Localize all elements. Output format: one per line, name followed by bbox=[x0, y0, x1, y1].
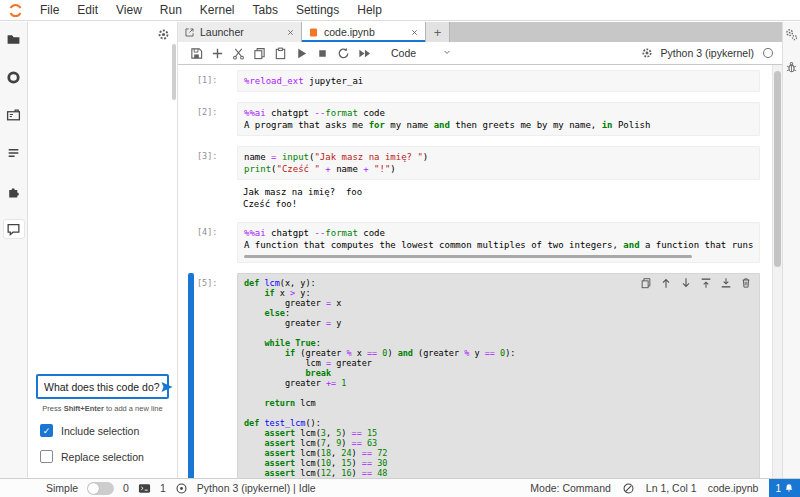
cell-type-dropdown[interactable]: Code bbox=[391, 47, 452, 59]
chat-input[interactable]: What does this code do? bbox=[36, 374, 169, 399]
chat-hint: Press Shift+Enter to add a new line bbox=[36, 404, 169, 413]
insert-below-icon[interactable] bbox=[720, 277, 732, 289]
menu-item-view[interactable]: View bbox=[107, 3, 151, 17]
toc-icon[interactable] bbox=[4, 144, 24, 162]
save-icon[interactable] bbox=[186, 44, 207, 63]
kernel-session-count: 1 bbox=[160, 482, 166, 494]
chat-controls: What does this code do? Press Shift+Ente… bbox=[28, 374, 177, 476]
cut-icon[interactable] bbox=[228, 44, 249, 63]
menu-item-settings[interactable]: Settings bbox=[287, 3, 348, 17]
tab-label: code.ipynb bbox=[324, 26, 405, 38]
cursor-position: Ln 1, Col 1 bbox=[646, 482, 697, 494]
unchecked-checkbox[interactable] bbox=[40, 450, 53, 463]
cell-collapser[interactable] bbox=[188, 102, 194, 136]
notebook-scrollbar-thumb[interactable] bbox=[774, 71, 781, 267]
cell-type-value: Code bbox=[391, 47, 416, 59]
menu-item-run[interactable]: Run bbox=[151, 3, 191, 17]
stop-icon[interactable] bbox=[312, 44, 333, 63]
menu-item-edit[interactable]: Edit bbox=[68, 3, 107, 17]
cell-collapser[interactable] bbox=[188, 70, 194, 92]
notebook-scrollbar[interactable] bbox=[772, 65, 782, 478]
chat-option-row: Replace selection bbox=[40, 450, 169, 463]
terminal-count: 0 bbox=[123, 482, 129, 494]
tab-bar: Launchercode.ipynb + bbox=[178, 22, 782, 42]
tab-code-ipynb[interactable]: code.ipynb bbox=[302, 22, 426, 42]
code-editor[interactable]: name = input("Jak masz na imię? ")print(… bbox=[237, 146, 760, 180]
output-text: Jak masz na imię? fooCześć foo! bbox=[237, 184, 760, 212]
inspector-icon[interactable] bbox=[4, 106, 24, 124]
kernel-status-icon[interactable] bbox=[175, 482, 188, 495]
chat-input-value: What does this code do? bbox=[44, 381, 160, 393]
code-editor[interactable]: %%ai chatgpt --format codeA function tha… bbox=[237, 222, 760, 263]
property-inspector-icon[interactable] bbox=[785, 28, 798, 41]
move-down-icon[interactable] bbox=[680, 277, 692, 289]
duplicate-icon[interactable] bbox=[640, 277, 652, 289]
notebook-scroll-area: [1]:%reload_ext jupyter_ai[2]:%%ai chatg… bbox=[178, 65, 772, 478]
status-filename: code.ipynb bbox=[708, 482, 759, 494]
menu-item-file[interactable]: File bbox=[31, 3, 68, 17]
send-icon[interactable] bbox=[160, 380, 174, 394]
code-editor[interactable]: def lcm(x, y): if x > y: greater = x els… bbox=[237, 273, 760, 478]
debugger-icon[interactable] bbox=[785, 61, 798, 74]
paste-icon[interactable] bbox=[270, 44, 291, 63]
menu-item-tabs[interactable]: Tabs bbox=[244, 3, 287, 17]
simple-mode-toggle[interactable] bbox=[87, 482, 114, 495]
left-activity-bar bbox=[0, 22, 28, 478]
mode-slash-icon bbox=[622, 482, 635, 495]
move-up-icon[interactable] bbox=[660, 277, 672, 289]
right-activity-bar bbox=[782, 22, 800, 478]
notification-badge[interactable]: 1 bbox=[769, 479, 800, 497]
code-cell: [3]:name = input("Jak masz na imię? ")pr… bbox=[188, 146, 760, 180]
jupyter-logo-icon bbox=[8, 3, 23, 18]
tab-launcher[interactable]: Launcher bbox=[178, 22, 302, 42]
output-collapser[interactable] bbox=[188, 184, 194, 212]
fast-forward-icon[interactable] bbox=[354, 44, 375, 63]
cell-prompt: [3]: bbox=[197, 146, 237, 180]
kernel-status-text[interactable]: Python 3 (ipykernel) | Idle bbox=[197, 482, 316, 494]
cell-prompt: [1]: bbox=[197, 70, 237, 92]
close-icon[interactable] bbox=[410, 28, 419, 37]
chat-panel: What does this code do? Press Shift+Ente… bbox=[28, 22, 178, 478]
code-cell: [2]:%%ai chatgpt --format codeA program … bbox=[188, 102, 760, 136]
mode-indicator: Mode: Command bbox=[530, 482, 611, 494]
running-icon[interactable] bbox=[4, 68, 24, 86]
cell-prompt: [4]: bbox=[197, 222, 237, 263]
chat-option-row: ✓Include selection bbox=[40, 424, 169, 437]
cell-collapser[interactable] bbox=[188, 273, 194, 478]
kernel-name[interactable]: Python 3 (ipykernel) bbox=[661, 47, 754, 59]
notebook-toolbar: Code Python 3 (ipykernel) bbox=[178, 42, 782, 65]
insert-above-icon[interactable] bbox=[700, 277, 712, 289]
simple-mode-label: Simple bbox=[46, 482, 78, 494]
cell-prompt: [5]: bbox=[197, 273, 237, 478]
code-cell: [5]:def lcm(x, y): if x > y: greater = x… bbox=[188, 273, 760, 478]
menu-item-help[interactable]: Help bbox=[348, 3, 391, 17]
code-editor[interactable]: %%ai chatgpt --format codeA program that… bbox=[237, 102, 760, 136]
new-tab-button[interactable]: + bbox=[426, 22, 450, 42]
chat-panel-scrollbar[interactable] bbox=[172, 44, 176, 100]
close-icon[interactable] bbox=[286, 28, 295, 37]
folder-icon[interactable] bbox=[4, 30, 24, 48]
chat-option-label: Include selection bbox=[61, 425, 139, 437]
notification-count: 1 bbox=[775, 483, 781, 494]
chat-icon[interactable] bbox=[4, 220, 24, 238]
notebook-icon bbox=[308, 27, 319, 38]
cell-toolbar bbox=[640, 277, 752, 289]
code-editor[interactable]: %reload_ext jupyter_ai bbox=[237, 70, 760, 92]
restart-icon[interactable] bbox=[333, 44, 354, 63]
copy-icon[interactable] bbox=[249, 44, 270, 63]
horizontal-scrollbar[interactable] bbox=[244, 255, 692, 258]
app-body: What does this code do? Press Shift+Ente… bbox=[0, 22, 800, 478]
terminal-icon[interactable] bbox=[138, 482, 151, 495]
add-icon[interactable] bbox=[207, 44, 228, 63]
extension-icon[interactable] bbox=[4, 182, 24, 200]
cell-collapser[interactable] bbox=[188, 222, 194, 263]
menu-item-kernel[interactable]: Kernel bbox=[191, 3, 244, 17]
code-cell: [4]:%%ai chatgpt --format codeA function… bbox=[188, 222, 760, 263]
kernel-idle-icon[interactable] bbox=[762, 47, 774, 59]
notebook-settings-gear-icon[interactable] bbox=[641, 47, 653, 59]
cell-collapser[interactable] bbox=[188, 146, 194, 180]
chat-settings-gear-icon[interactable] bbox=[157, 27, 170, 40]
checked-checkbox[interactable]: ✓ bbox=[40, 424, 53, 437]
run-icon[interactable] bbox=[291, 44, 312, 63]
delete-icon[interactable] bbox=[740, 277, 752, 289]
